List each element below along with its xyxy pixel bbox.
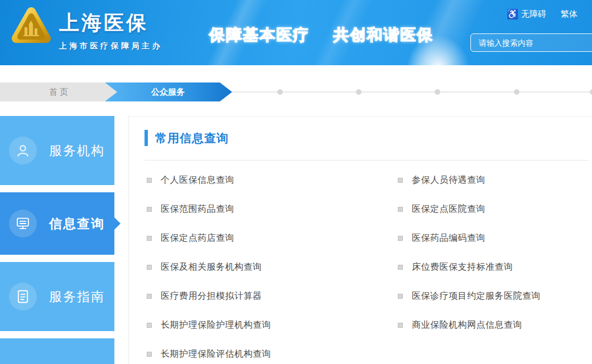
query-link[interactable]: 个人医保信息查询 — [161, 174, 234, 186]
query-links-right-column: 参保人员待遇查询 医保定点医院查询 医保药品编码查询 床位费医保支持标准查询 医… — [398, 166, 541, 339]
query-link[interactable]: 长期护理保险护理机构查询 — [161, 319, 271, 331]
list-item: 医保定点医院查询 — [398, 195, 541, 224]
query-link[interactable]: 商业保险机构网点信息查询 — [412, 319, 522, 331]
breadcrumb-progress-line — [232, 91, 592, 93]
square-bullet-icon — [147, 352, 152, 357]
section-header: 常用信息查询 — [145, 130, 229, 146]
list-item: 商业保险机构网点信息查询 — [398, 310, 541, 339]
query-link[interactable]: 医保诊疗项目约定服务医院查询 — [412, 290, 541, 302]
section-title: 常用信息查询 — [155, 130, 229, 146]
query-link[interactable]: 医疗费用分担模拟计算器 — [161, 290, 262, 302]
square-bullet-icon — [147, 207, 152, 212]
square-bullet-icon — [398, 323, 403, 328]
site-header: 上海医保 上海市医疗保障局主办 保障基本医疗共创和谐医保 ♿无障碍 繁体 — [0, 0, 592, 65]
list-item: 医疗费用分担模拟计算器 — [147, 282, 271, 310]
sidebar-item-label: 信息查询 — [49, 215, 105, 232]
progress-dot — [356, 89, 362, 95]
square-bullet-icon — [398, 294, 403, 299]
progress-dot — [435, 89, 440, 95]
square-bullet-icon — [147, 323, 152, 328]
monitor-icon — [9, 210, 37, 237]
document-icon — [9, 283, 37, 310]
sidebar-item-label: 服务指南 — [49, 288, 105, 305]
query-link[interactable]: 医保及相关服务机构查询 — [161, 261, 262, 273]
sidebar-item-service-guide[interactable]: 服务指南 — [0, 262, 114, 331]
person-icon — [9, 137, 37, 164]
query-link[interactable]: 医保范围药品查询 — [161, 203, 234, 215]
accessibility-label: 无障碍 — [521, 9, 546, 20]
list-item: 医保定点药店查询 — [147, 224, 271, 253]
sidebar-item-partial[interactable] — [0, 338, 114, 364]
list-item: 医保药品编码查询 — [398, 224, 541, 253]
square-bullet-icon — [147, 294, 152, 299]
square-bullet-icon — [147, 236, 152, 241]
query-link[interactable]: 长期护理保险评估机构查询 — [161, 348, 271, 360]
section-accent-bar — [145, 130, 148, 146]
breadcrumb: 首 页 公众服务 — [0, 82, 592, 101]
shanghai-yibao-logo-icon — [9, 5, 54, 51]
header-slogan: 保障基本医疗共创和谐医保 — [209, 25, 434, 46]
list-item: 长期护理保险护理机构查询 — [147, 310, 271, 339]
section-divider — [145, 160, 589, 161]
square-bullet-icon — [398, 265, 403, 270]
logo-block: 上海医保 上海市医疗保障局主办 — [9, 5, 162, 51]
square-bullet-icon — [147, 265, 152, 270]
list-item: 参保人员待遇查询 — [398, 166, 541, 195]
square-bullet-icon — [398, 178, 403, 183]
breadcrumb-home[interactable]: 首 页 — [0, 82, 117, 101]
main-panel: 常用信息查询 个人医保信息查询 医保范围药品查询 医保定点药店查询 医保及相关服… — [128, 116, 592, 364]
search-input[interactable] — [470, 33, 592, 52]
list-item: 床位费医保支持标准查询 — [398, 253, 541, 282]
square-bullet-icon — [398, 207, 403, 212]
list-item: 个人医保信息查询 — [147, 166, 271, 195]
site-subtitle: 上海市医疗保障局主办 — [59, 41, 162, 51]
query-link[interactable]: 床位费医保支持标准查询 — [412, 261, 513, 273]
query-link[interactable]: 医保定点药店查询 — [161, 232, 234, 244]
list-item: 医保范围药品查询 — [147, 195, 271, 224]
progress-dot — [590, 89, 592, 95]
breadcrumb-current[interactable]: 公众服务 — [104, 82, 232, 101]
query-link[interactable]: 医保药品编码查询 — [412, 232, 485, 244]
traditional-chinese-link[interactable]: 繁体 — [561, 9, 577, 20]
list-item: 长期护理保险评估机构查询 — [147, 339, 271, 364]
query-links-left-column: 个人医保信息查询 医保范围药品查询 医保定点药店查询 医保及相关服务机构查询 医… — [147, 166, 271, 364]
site-title: 上海医保 — [59, 9, 162, 37]
square-bullet-icon — [398, 236, 403, 241]
sidebar-item-label: 服务机构 — [49, 142, 105, 159]
query-link[interactable]: 医保定点医院查询 — [412, 203, 485, 215]
list-item: 医保诊疗项目约定服务医院查询 — [398, 282, 541, 310]
slogan-left: 保障基本医疗 — [209, 26, 310, 43]
query-link[interactable]: 参保人员待遇查询 — [412, 174, 485, 186]
sidebar-item-info-query[interactable]: 信息查询 — [0, 192, 114, 255]
wheelchair-icon: ♿ — [507, 9, 518, 19]
sidebar-item-service-orgs[interactable]: 服务机构 — [0, 116, 114, 185]
accessibility-link[interactable]: ♿无障碍 — [507, 9, 546, 20]
list-item: 医保及相关服务机构查询 — [147, 253, 271, 282]
header-top-links: ♿无障碍 繁体 — [507, 9, 577, 20]
progress-dot — [277, 89, 283, 95]
page: 上海医保 上海市医疗保障局主办 保障基本医疗共创和谐医保 ♿无障碍 繁体 首 页… — [0, 0, 592, 364]
square-bullet-icon — [147, 178, 152, 183]
slogan-right: 共创和谐医保 — [333, 26, 434, 43]
progress-dot — [514, 89, 519, 95]
